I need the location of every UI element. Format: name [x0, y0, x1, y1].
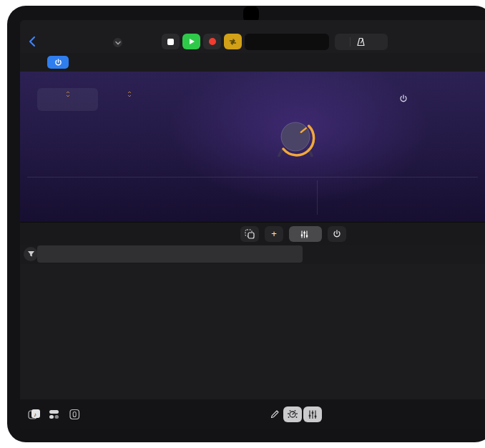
- status-bar: [20, 20, 485, 31]
- power-icon: [333, 230, 341, 238]
- metronome-icon: [356, 37, 366, 47]
- stepper-icon: [127, 91, 132, 97]
- record-button[interactable]: [203, 34, 221, 49]
- cycle-button[interactable]: [224, 34, 242, 49]
- screen: +: [20, 20, 485, 429]
- filter-icon: [27, 250, 35, 258]
- divider: [317, 180, 318, 215]
- bottom-toolbar: ♪: [20, 399, 485, 429]
- stop-icon: [167, 39, 174, 45]
- mixer-power-button[interactable]: [328, 226, 346, 242]
- loop-browser-icon: ♪: [28, 409, 41, 420]
- model-value: [37, 91, 98, 98]
- record-icon: [209, 38, 216, 45]
- plugin-header: [20, 53, 485, 72]
- play-icon: [188, 38, 195, 45]
- navigator-viewport[interactable]: [37, 245, 303, 263]
- back-chevron-icon[interactable]: [27, 36, 39, 47]
- plugin-power-toggle[interactable]: [47, 56, 69, 69]
- add-track-button[interactable]: +: [265, 226, 283, 242]
- plus-icon: +: [271, 230, 277, 238]
- play-button[interactable]: [182, 34, 200, 49]
- style-value: [104, 91, 155, 98]
- regions-button[interactable]: [240, 226, 259, 242]
- knob-icon: [288, 409, 298, 419]
- drive-knob[interactable]: [275, 117, 315, 157]
- svg-text:♪: ♪: [34, 412, 36, 418]
- loop-browser-button[interactable]: ♪: [27, 407, 41, 422]
- faders-view-button[interactable]: [303, 406, 322, 422]
- plugin-slot-button[interactable]: [67, 407, 82, 422]
- divider: [27, 177, 478, 177]
- style-selector[interactable]: [104, 91, 155, 112]
- channel-strip-area: [20, 264, 485, 399]
- faders-icon: [308, 410, 317, 419]
- model-selector[interactable]: [37, 88, 98, 111]
- pencil-icon: [270, 409, 280, 419]
- plugin-slot-icon: [69, 409, 80, 420]
- mixer-navigator: [20, 245, 485, 264]
- filter-button[interactable]: [24, 247, 38, 261]
- mixer-toolbar: +: [20, 222, 485, 245]
- ipad-frame: +: [7, 6, 485, 442]
- stepper-icon: [66, 91, 70, 97]
- count-in-metronome-group: [335, 34, 388, 50]
- song-menu-chevron-icon[interactable]: [113, 38, 122, 47]
- divider: [350, 37, 351, 47]
- metronome-button[interactable]: [356, 37, 366, 47]
- mix-view-button[interactable]: [289, 226, 322, 242]
- track-stack-icon: [49, 409, 60, 419]
- plugin-body: [20, 72, 485, 222]
- main-toolbar: [20, 31, 485, 53]
- edit-pencil-button[interactable]: [268, 407, 282, 422]
- drive-knob-group: [272, 115, 319, 157]
- cycle-icon: [228, 38, 237, 46]
- regions-icon: [245, 229, 255, 239]
- mixer-faders-icon: [300, 230, 308, 238]
- stop-button[interactable]: [162, 34, 180, 49]
- bypass-power-icon[interactable]: [399, 94, 408, 103]
- power-icon: [54, 59, 62, 67]
- lcd-display[interactable]: [245, 34, 329, 50]
- track-stack-button[interactable]: [47, 407, 62, 422]
- controls-view-button[interactable]: [283, 406, 302, 422]
